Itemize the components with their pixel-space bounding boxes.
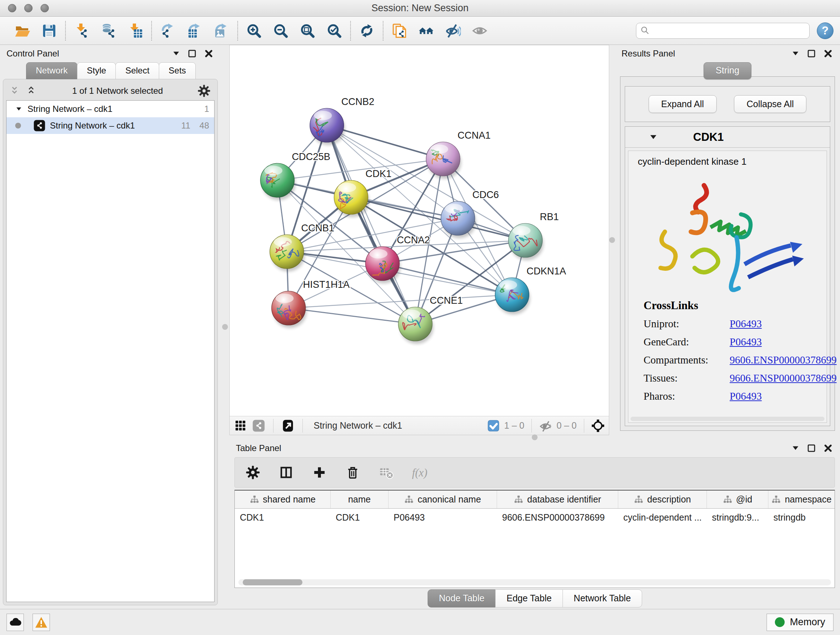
table-row[interactable]: CDK1CDK1P064939606.ENSP00000378699cyclin… (235, 509, 835, 526)
column-header[interactable]: canonical name (388, 491, 497, 508)
crosslink-link[interactable]: 9606.ENSP00000378699 (729, 372, 837, 384)
results-tab-string[interactable]: String (704, 62, 751, 79)
column-header[interactable]: @id (707, 491, 768, 508)
tree-expander-icon[interactable] (14, 105, 23, 113)
float-panel-icon[interactable] (806, 443, 817, 454)
refresh-button[interactable] (358, 22, 376, 40)
expand-all-button[interactable]: Expand All (649, 95, 717, 113)
tab-node-table[interactable]: Node Table (428, 589, 496, 608)
crosslink-row: Pharos:P06493 (644, 390, 827, 402)
crosslink-link[interactable]: P06493 (729, 318, 762, 330)
collapse-panel-icon[interactable] (791, 443, 800, 453)
warnings-button[interactable] (33, 614, 50, 631)
tab-network-table[interactable]: Network Table (562, 589, 642, 608)
columns-button[interactable] (278, 464, 295, 481)
network-tree-row[interactable]: String Network – cdk11148 (6, 117, 214, 134)
column-header[interactable]: database identifier (497, 491, 618, 508)
control-panel-tabs: NetworkStyleSelectSets (0, 62, 221, 79)
collapse-panel-icon[interactable] (791, 49, 800, 58)
scrollbar-thumb[interactable] (243, 579, 302, 585)
delete-table-button[interactable] (377, 464, 395, 481)
tab-sets[interactable]: Sets (159, 62, 196, 79)
tab-network[interactable]: Network (26, 62, 77, 79)
crosslink-link[interactable]: P06493 (729, 390, 762, 402)
gear-button[interactable] (244, 464, 262, 481)
close-window-button[interactable] (8, 4, 16, 12)
network-tree-row[interactable]: String Network – cdk11 (6, 101, 214, 117)
right-splitter[interactable] (609, 45, 615, 435)
export-image-button[interactable] (213, 22, 230, 40)
network-options-gear-icon[interactable] (197, 84, 211, 98)
float-panel-icon[interactable] (187, 48, 197, 59)
table-panel-header: Table Panel (229, 440, 840, 456)
close-panel-icon[interactable] (823, 48, 834, 59)
import-network-button[interactable] (73, 22, 90, 40)
node-table: shared namenamecanonical namedatabase id… (234, 490, 835, 588)
close-panel-icon[interactable] (203, 48, 214, 59)
network-share-icon[interactable] (252, 419, 265, 432)
fit-selected-icon[interactable] (592, 419, 605, 432)
trash-button[interactable] (344, 464, 362, 481)
gene-section-header[interactable]: CDK1 (625, 127, 830, 148)
grid-view-icon[interactable] (234, 419, 247, 432)
eye-show-button[interactable] (471, 22, 488, 40)
left-splitter[interactable] (221, 45, 229, 609)
cloud-button[interactable] (6, 614, 24, 631)
control-panel-header: Control Panel (0, 45, 221, 62)
export-table-icon (187, 23, 202, 39)
zoom-selected-button[interactable] (325, 22, 343, 40)
hidden-elements-icon[interactable] (539, 419, 552, 432)
share-document-button[interactable] (391, 22, 408, 40)
tab-style[interactable]: Style (77, 62, 116, 79)
crosslink-row: Uniprot:P06493 (644, 318, 827, 330)
column-header[interactable]: namespace (768, 491, 835, 508)
open-folder-button[interactable] (14, 22, 31, 40)
network-canvas[interactable]: CCNB2CCNA1CDC25BCDK1CDC6RB1CCNB1CCNA2CDK… (230, 45, 609, 416)
maximize-window-button[interactable] (41, 4, 49, 12)
column-header[interactable]: name (331, 491, 388, 508)
zoom-fit-button[interactable] (299, 22, 316, 40)
import-table-button[interactable] (126, 22, 144, 40)
collapse-panel-icon[interactable] (172, 49, 181, 58)
fx-button[interactable]: f(x) (411, 464, 428, 481)
expand-all-networks-icon[interactable] (27, 85, 38, 97)
column-header[interactable]: shared name (235, 491, 331, 508)
add-button[interactable] (311, 464, 328, 481)
minimize-window-button[interactable] (24, 4, 33, 12)
close-panel-icon[interactable] (823, 443, 834, 454)
selected-counts: 1 – 0 (504, 420, 524, 431)
collapse-all-networks-icon[interactable] (10, 85, 21, 97)
zoom-out-icon (273, 23, 289, 39)
save-button[interactable] (41, 22, 58, 40)
collapse-section-icon[interactable] (648, 132, 658, 142)
column-header[interactable]: description (618, 491, 707, 508)
refresh-icon (359, 23, 375, 39)
tab-edge-table[interactable]: Edge Table (495, 589, 563, 608)
eye-hide-button[interactable] (444, 22, 462, 40)
export-network-icon (160, 23, 176, 39)
collapse-all-button[interactable]: Collapse All (734, 95, 807, 113)
export-network-button[interactable] (159, 22, 177, 40)
crosslink-label: Tissues: (644, 372, 729, 384)
table-toolbar: f(x) (234, 457, 835, 488)
float-panel-icon[interactable] (806, 48, 817, 59)
search-input[interactable] (653, 26, 806, 36)
memory-button[interactable]: Memory (767, 614, 834, 631)
import-database-button[interactable] (100, 22, 117, 40)
zoom-in-button[interactable] (245, 22, 263, 40)
crosslink-link[interactable]: P06493 (729, 336, 762, 348)
homes-button[interactable] (417, 22, 435, 40)
tab-select[interactable]: Select (115, 62, 159, 79)
zoom-out-button[interactable] (272, 22, 289, 40)
search-box[interactable] (636, 23, 810, 39)
help-button[interactable]: ? (817, 22, 834, 39)
crosslink-label: Uniprot: (644, 318, 729, 330)
crosslink-link[interactable]: 9606.ENSP00000378699 (729, 354, 837, 366)
export-table-button[interactable] (186, 22, 203, 40)
table-horizontal-scrollbar[interactable] (238, 579, 831, 585)
birdseye-view-icon[interactable] (281, 419, 294, 432)
selected-nodes-checkbox[interactable] (487, 419, 500, 432)
bottom-splitter[interactable] (229, 435, 840, 440)
results-scrollbar[interactable] (630, 417, 824, 421)
protein-structure-image (650, 174, 805, 293)
